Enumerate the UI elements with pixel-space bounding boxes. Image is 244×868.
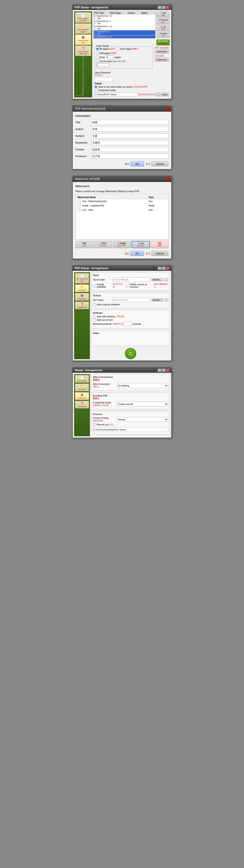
auto-sidebar-pdf-stamp[interactable]: 📄 PDF->Stmp 文件转文 — [75, 273, 89, 283]
record-log-checkbox[interactable] — [93, 423, 96, 426]
producer-input[interactable] — [91, 154, 169, 159]
up-button[interactable]: ▲ Up 上移 — [156, 25, 170, 31]
maximize-button[interactable]: □ — [162, 6, 165, 9]
every-step-input[interactable] — [106, 55, 114, 59]
file-row-selected[interactable]: D:\Test\PDF\A3-2 - Site ... 11 — [94, 35, 155, 38]
remove-button[interactable]: ✕ Remove 移除 — [156, 18, 170, 24]
pref-sidebar-help[interactable]: ❓ Help &About — [75, 401, 89, 408]
specify-pages-radio[interactable] — [96, 60, 99, 63]
auto-sidebar-prefs[interactable]: ⚙ Preferences — [75, 293, 89, 301]
wm-edit-button[interactable]: Edit 编辑 — [75, 241, 93, 248]
file-row[interactable]: D:\Test\PDF\A0-2 - Site ... 9 - — [94, 20, 155, 25]
record-log-option[interactable]: Record Log 日志 — [93, 423, 114, 426]
watermark-list[interactable]: Watermark Name Type Text - Watermark(cen… — [75, 194, 169, 240]
pref-minimize-button[interactable]: _ — [158, 369, 161, 372]
watermark-close-button[interactable]: × — [165, 178, 169, 181]
every-pages-radio[interactable] — [96, 56, 99, 59]
pdf-info-cancel-button[interactable]: Cancel — [151, 161, 169, 166]
watermark-item-text[interactable]: Text - Watermark(center) Text — [77, 199, 167, 204]
input-folder-input[interactable] — [112, 277, 150, 282]
keep-subfolder-checkbox[interactable] — [93, 303, 96, 306]
output-dots-button[interactable]: ... — [164, 298, 168, 302]
specify-pages-option[interactable]: Specify pages (e.g. 1,5-7,10) — [96, 60, 126, 63]
wm-line-checkbox[interactable] — [78, 209, 81, 211]
browse-output-button[interactable]: ... — [155, 93, 160, 96]
password-input[interactable] — [94, 77, 113, 81]
include-subfolder-checkbox[interactable] — [93, 284, 96, 287]
pref-sidebar-preferences[interactable]: ⚙ Preferences — [75, 392, 89, 400]
all-pages-option[interactable]: All pages 所有页 — [96, 48, 115, 51]
title-input[interactable] — [91, 120, 169, 125]
file-row[interactable]: D:\Test\PDF\A0-1 - Site ... 19 - — [94, 15, 155, 20]
specify-input[interactable] — [96, 63, 110, 67]
all-pages-radio[interactable] — [96, 48, 99, 51]
odd-pages-option[interactable]: Odd pages 奇数页 — [96, 52, 117, 55]
down-button[interactable]: ▼ Down 下移 — [156, 32, 170, 38]
auto-sidebar-hot-folder[interactable]: 📁 Hot Folder — [75, 284, 89, 292]
output-browse-button[interactable]: Browse... — [151, 298, 163, 302]
even-pages-radio[interactable] — [117, 48, 120, 51]
start-with-windows-option[interactable]: Start with windows 开机启动 — [93, 315, 168, 318]
wm-add-image-button[interactable]: + Image 图片水印 — [113, 241, 131, 248]
subject-input[interactable] — [91, 133, 169, 138]
auto-run-checkbox[interactable] — [93, 318, 96, 321]
wm-add-text-button[interactable]: + Text 文本水印 — [94, 241, 112, 248]
after-conversion-select[interactable]: Do Nothing Open Folder Shutdown — [117, 383, 168, 388]
wm-text-label[interactable]: Text - Watermark(center) — [78, 200, 148, 203]
author-input[interactable] — [91, 127, 169, 131]
wm-image-label[interactable]: Image - Logo(top-left) — [78, 204, 148, 207]
pref-sidebar-pdf-stamp[interactable]: 📄 PDF->Stamp — [75, 375, 89, 383]
auto-sidebar-help[interactable]: ❓ Help&About — [75, 302, 89, 309]
pref-maximize-button[interactable]: □ — [162, 369, 165, 372]
watermark-ok-button[interactable]: OK — [130, 251, 144, 256]
minimize-button[interactable]: _ — [158, 6, 161, 9]
file-row[interactable]: D:\Test\PDF\A2-1 - Site ... 22 - — [94, 25, 155, 30]
every-pages-option[interactable]: Every — [96, 56, 105, 59]
close-button[interactable]: × — [166, 6, 170, 9]
existing-file-select[interactable]: Create new file Overwrite Skip — [117, 402, 168, 407]
save-same-radio[interactable] — [94, 86, 97, 88]
odd-pages-radio[interactable] — [96, 52, 99, 55]
auto-maximize-button[interactable]: □ — [162, 267, 165, 270]
creator-input[interactable] — [91, 147, 169, 152]
wm-del-button[interactable]: Del 删除 — [151, 241, 169, 248]
watermark-cancel-button[interactable]: Cancel — [151, 251, 169, 256]
watermark-item-line[interactable]: Line - (top) Line — [77, 208, 167, 212]
wm-text-checkbox[interactable] — [78, 200, 81, 203]
watermark-button[interactable]: Watermark — [155, 58, 169, 62]
auto-run-option[interactable]: Auto run at next — [93, 318, 168, 321]
start-with-windows-checkbox[interactable] — [93, 315, 96, 318]
sidebar-item-hot-directory[interactable]: 📁 Hot Directory 热目录 — [75, 23, 91, 34]
add-button[interactable]: + Add 添加 — [156, 11, 170, 18]
pdf-info-close-button[interactable]: × — [165, 107, 169, 111]
out-folder-input[interactable] — [112, 298, 150, 302]
log-path-input[interactable] — [93, 428, 168, 432]
wm-add-line-button[interactable]: + Line 线条水印 — [131, 241, 150, 248]
watermark-item-image[interactable]: Image - Logo(top-left) Image — [77, 204, 167, 208]
dest-folder-radio[interactable] — [94, 89, 97, 92]
auto-close-button[interactable]: × — [166, 267, 170, 270]
keywords-input[interactable] — [91, 140, 169, 145]
include-subfolder-option[interactable]: Include subfolder 包含子文件夹 — [93, 283, 124, 289]
process-priority-select[interactable]: Normal High Low — [117, 417, 168, 422]
delete-on-success-option[interactable]: Delete source on success 成功时删除源文件 — [126, 283, 168, 289]
file-row-selected[interactable]: D:\Test\PDF\A2-2 - Site ... 4 — [94, 30, 155, 35]
file-list[interactable]: PDF Files Total Pages Output Status D:\T… — [94, 11, 155, 38]
delete-on-success-checkbox[interactable] — [126, 284, 129, 287]
monitoring-interval-input[interactable] — [122, 322, 131, 326]
start-button[interactable]: ▶ Start — [125, 348, 136, 359]
input-browse-button[interactable]: Browse... — [151, 278, 163, 281]
wm-image-checkbox[interactable] — [78, 204, 81, 207]
pref-close-button[interactable]: × — [166, 369, 170, 372]
wm-line-label[interactable]: Line - (top) — [78, 209, 148, 211]
input-dots-button[interactable]: ... — [164, 278, 168, 281]
information-button[interactable]: Information — [155, 50, 169, 54]
pref-sidebar-hot-folder[interactable]: 📁 Hot Folder — [75, 383, 89, 391]
pdf-info-ok-button[interactable]: OK — [130, 161, 144, 166]
output-path-input[interactable] — [94, 92, 138, 96]
auto-minimize-button[interactable]: _ — [158, 267, 161, 270]
sidebar-item-pdf-stamp[interactable]: 📄 PDF->Stamp 文件转换 — [75, 12, 91, 23]
keep-subfolder-option[interactable]: Keep original subfolder — [93, 303, 168, 306]
open-output-button[interactable]: Open — [161, 93, 169, 96]
even-pages-option[interactable]: Even pages 偶数页 — [117, 48, 139, 51]
